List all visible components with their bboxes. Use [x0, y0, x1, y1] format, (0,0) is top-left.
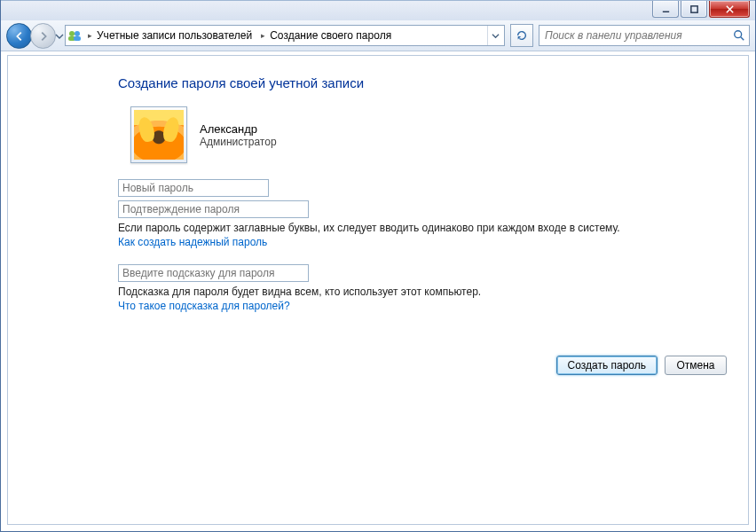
svg-line-9: [741, 37, 744, 41]
minimize-button[interactable]: [652, 1, 679, 18]
close-button[interactable]: [709, 1, 750, 18]
control-panel-window: ▸ Учетные записи пользователей ▸ Создани…: [0, 0, 756, 532]
button-row: Создать пароль Отмена: [556, 356, 727, 375]
user-name: Александр: [200, 122, 277, 136]
user-meta: Александр Администратор: [200, 122, 277, 148]
user-accounts-icon: [67, 28, 82, 43]
nav-row: ▸ Учетные записи пользователей ▸ Создани…: [1, 20, 755, 51]
breadcrumb-item-create-password[interactable]: ▸ Создание своего пароля: [258, 26, 394, 45]
refresh-icon: [516, 29, 528, 42]
svg-rect-7: [74, 36, 81, 41]
svg-point-4: [69, 31, 75, 36]
window-controls: [652, 1, 750, 18]
search-icon: [733, 29, 745, 42]
forward-button[interactable]: [30, 23, 56, 49]
password-hint-field[interactable]: [118, 264, 309, 282]
strong-password-link[interactable]: Как создать надежный пароль: [118, 236, 267, 248]
arrow-left-icon: [13, 30, 26, 43]
chevron-right-icon: ▸: [88, 31, 92, 40]
titlebar: [1, 0, 755, 20]
page-title: Создание пароля своей учетной записи: [118, 75, 695, 90]
what-is-hint-link[interactable]: Что такое подсказка для паролей?: [118, 300, 290, 312]
new-password-field[interactable]: [118, 179, 269, 197]
breadcrumb-label: Учетные записи пользователей: [97, 29, 252, 42]
avatar-image-flower: [134, 110, 184, 160]
refresh-button[interactable]: [510, 24, 533, 47]
back-button[interactable]: [6, 23, 32, 49]
search-box[interactable]: [539, 25, 750, 46]
user-block: Александр Администратор: [130, 106, 695, 163]
nav-buttons: [6, 23, 59, 48]
search-input[interactable]: [543, 28, 715, 43]
minimize-icon: [661, 4, 671, 14]
nav-history-dropdown[interactable]: [55, 32, 64, 41]
create-password-button[interactable]: Создать пароль: [556, 356, 658, 375]
close-icon: [725, 4, 735, 14]
caps-note: Если пароль содержит заглавные буквы, их…: [118, 222, 695, 234]
svg-point-5: [75, 31, 80, 36]
cancel-button[interactable]: Отмена: [665, 356, 727, 375]
user-role: Администратор: [200, 136, 277, 148]
svg-point-8: [735, 31, 742, 38]
avatar: [130, 106, 187, 163]
confirm-password-field[interactable]: [118, 200, 309, 218]
maximize-button[interactable]: [681, 1, 707, 18]
maximize-icon: [689, 4, 699, 14]
chevron-right-icon: ▸: [261, 31, 265, 40]
breadcrumb-item-users[interactable]: ▸ Учетные записи пользователей: [85, 26, 255, 45]
svg-rect-1: [690, 5, 697, 12]
breadcrumb-label: Создание своего пароля: [270, 29, 391, 42]
content-pane: Создание пароля своей учетной записи Але…: [7, 55, 749, 525]
hint-visibility-note: Подсказка для пароля будет видна всем, к…: [118, 286, 695, 298]
address-bar[interactable]: ▸ Учетные записи пользователей ▸ Создани…: [65, 25, 505, 46]
chevron-down-icon: [492, 32, 500, 40]
arrow-right-icon: [37, 30, 50, 43]
address-dropdown[interactable]: [487, 26, 502, 45]
